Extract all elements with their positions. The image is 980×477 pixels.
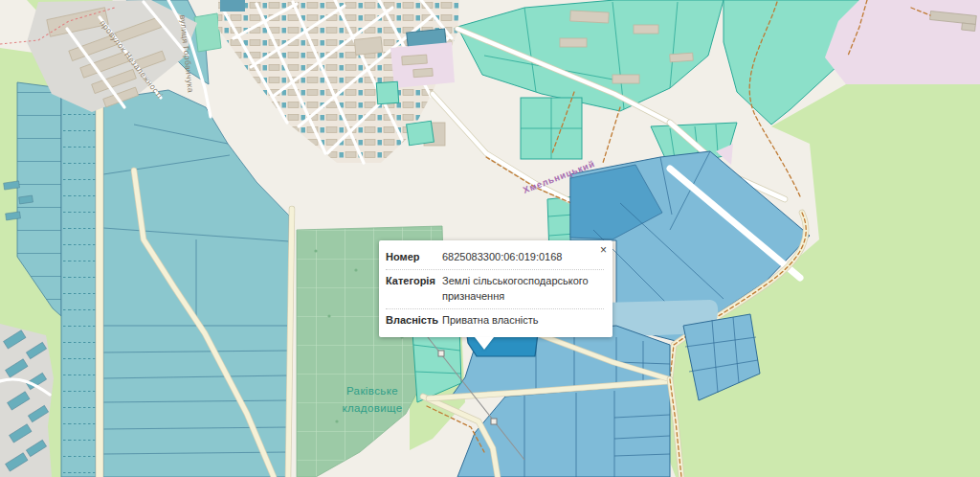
pink-zone-village	[390, 42, 455, 88]
building	[354, 37, 383, 56]
pylon-icon	[438, 351, 444, 356]
popup-field-label: Номер	[386, 250, 439, 265]
building	[413, 68, 434, 77]
building	[220, 0, 245, 11]
popup-field-label: Власність	[386, 313, 439, 329]
building	[962, 23, 976, 31]
green-parcel[interactable]	[376, 81, 398, 103]
popup-field-value: 6825083300:06:019:0168	[442, 250, 604, 265]
map-viewport[interactable]: Раківське кладовище	[0, 0, 980, 477]
industrial-southwest[interactable]	[0, 324, 54, 477]
popup-close-button[interactable]: ×	[597, 241, 610, 259]
cadastral-map[interactable]: Раківське кладовище	[0, 0, 980, 477]
pink-zone-northeast	[825, 0, 980, 84]
popup-pointer	[475, 337, 494, 350]
popup-field-value: Приватна власність	[442, 313, 604, 329]
green-parcel[interactable]	[407, 121, 434, 145]
popup-row-ownership: Власність Приватна власність	[386, 308, 604, 332]
popup-field-label: Категорія	[386, 274, 439, 305]
popup-row-category: Категорія Землі сільськогосподарського п…	[386, 269, 604, 308]
cemetery-label-line2: кладовище	[342, 402, 402, 414]
popup-field-value: Землі сільськогосподарського призначення	[442, 274, 604, 305]
popup-body: Номер 6825083300:06:019:0168 Категорія З…	[379, 240, 612, 337]
parcel-strip-column[interactable]	[61, 92, 96, 477]
pylon-icon	[491, 419, 497, 424]
sports-pitch	[194, 13, 221, 52]
popup-row-number: Номер 6825083300:06:019:0168	[386, 246, 604, 269]
building	[402, 55, 428, 65]
parcel-info-popup: × Номер 6825083300:06:019:0168 Категорія…	[379, 240, 612, 337]
cemetery-label-line1: Раківське	[346, 385, 398, 397]
